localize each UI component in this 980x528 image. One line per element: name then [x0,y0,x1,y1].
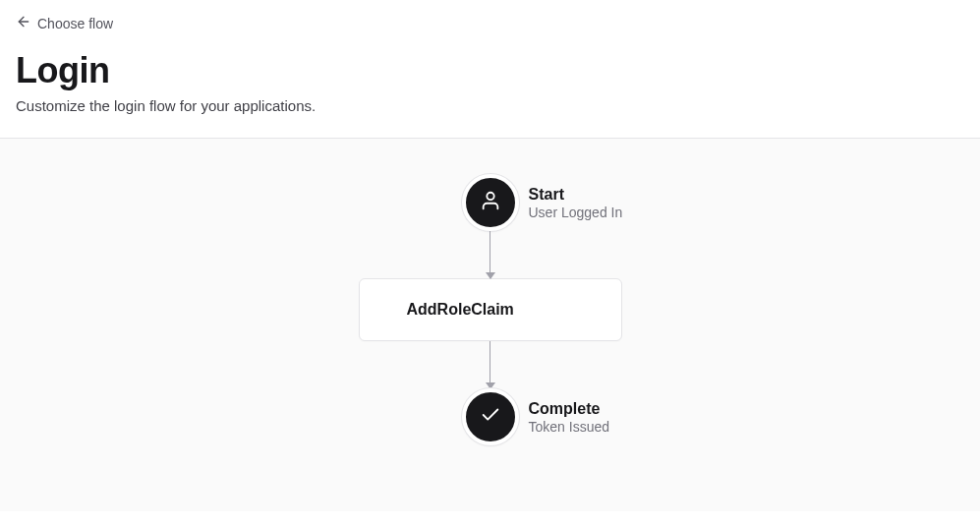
start-node[interactable]: Start User Logged In [462,174,519,231]
flow-canvas[interactable]: Start User Logged In AddRoleClaim [0,138,980,511]
start-node-subtitle: User Logged In [529,205,666,220]
action-node-label: AddRoleClaim [407,301,514,319]
page-header: Choose flow Login Customize the login fl… [0,0,980,138]
end-node-circle [462,388,519,445]
connector-2 [490,341,491,388]
page-title: Login [16,50,964,91]
user-icon [480,190,501,215]
breadcrumb-label: Choose flow [37,16,113,31]
arrow-left-icon [16,14,31,32]
start-node-circle [462,174,519,231]
connector-1 [490,231,491,278]
start-node-title: Start [529,186,666,204]
svg-point-1 [487,193,493,200]
end-node-title: Complete [529,400,666,418]
flow-diagram: Start User Logged In AddRoleClaim [359,174,622,445]
page-subtitle: Customize the login flow for your applic… [16,97,964,114]
check-icon [480,404,501,430]
action-node[interactable]: AddRoleClaim [359,278,622,341]
start-node-labels: Start User Logged In [529,186,666,220]
breadcrumb-back[interactable]: Choose flow [16,14,964,32]
end-node[interactable]: Complete Token Issued [462,388,519,445]
end-node-subtitle: Token Issued [529,419,666,435]
end-node-labels: Complete Token Issued [529,400,666,435]
